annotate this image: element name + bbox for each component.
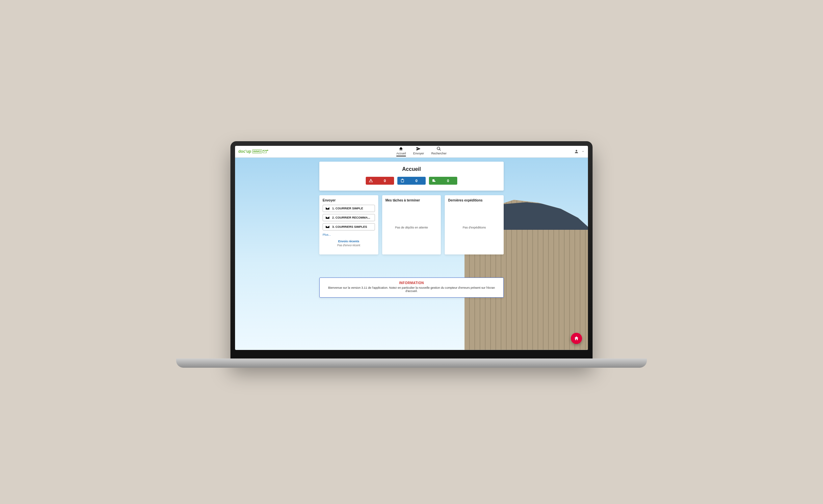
chevron-down-icon xyxy=(582,150,585,153)
info-body: Bienvenue sur la version 3.11 de l'appli… xyxy=(326,286,497,293)
search-icon xyxy=(437,147,441,151)
send-option-2[interactable]: 2. COURRIER RECOMMA... xyxy=(323,214,375,221)
app-header: doc'up IMMO Accueil Envoyer Rechercher xyxy=(235,146,588,158)
nav-envoyer-label: Envoyer xyxy=(413,152,424,155)
logo-text-2: IMMO xyxy=(252,149,263,153)
counter-alerts[interactable]: 0 xyxy=(366,177,394,185)
app-screen: doc'up IMMO Accueil Envoyer Rechercher xyxy=(235,146,588,350)
home-icon xyxy=(574,336,579,341)
dashboard-columns: Envoyer 1. COURRIER SIMPLE 2. COURRIER R… xyxy=(319,195,504,255)
nav-accueil[interactable]: Accueil xyxy=(396,147,406,156)
send-option-2-label: 2. COURRIER RECOMMA... xyxy=(332,216,370,219)
top-nav: Accueil Envoyer Rechercher xyxy=(396,147,447,156)
info-title: INFORMATION xyxy=(326,281,497,285)
envelope-icon xyxy=(326,207,330,210)
home-icon xyxy=(399,147,403,151)
page-title: Accueil xyxy=(319,166,504,172)
card-tasks-empty: Pas de dépôts en attente xyxy=(385,205,438,250)
card-shipments: Dernières expéditions Pas d'expéditions xyxy=(445,195,504,255)
logo-text-1: doc'up xyxy=(238,149,251,154)
nav-envoyer[interactable]: Envoyer xyxy=(413,147,424,156)
card-tasks-title: Mes tâches à terminer xyxy=(385,198,438,202)
send-more-link[interactable]: Plus... xyxy=(323,233,375,236)
user-menu[interactable] xyxy=(574,149,585,154)
truck-icon xyxy=(432,178,436,183)
card-envoyer: Envoyer 1. COURRIER SIMPLE 2. COURRIER R… xyxy=(319,195,378,255)
send-option-3-label: 3. COURRIERS SIMPLES xyxy=(332,225,367,228)
user-icon xyxy=(574,149,579,154)
card-envoyer-title: Envoyer xyxy=(323,198,375,202)
envelope-icon xyxy=(326,216,330,219)
counter-tasks[interactable]: 0 xyxy=(397,177,426,185)
fab-home[interactable] xyxy=(571,333,582,344)
main-column: Accueil 0 0 0 xyxy=(319,162,504,298)
title-card: Accueil 0 0 0 xyxy=(319,162,504,191)
counter-shipments-value: 0 xyxy=(439,179,457,183)
card-shipments-title: Dernières expéditions xyxy=(448,198,500,202)
status-counters: 0 0 0 xyxy=(319,177,504,185)
card-shipments-empty: Pas d'expéditions xyxy=(448,205,500,250)
app-logo[interactable]: doc'up IMMO xyxy=(238,149,269,154)
laptop-frame: doc'up IMMO Accueil Envoyer Rechercher xyxy=(230,141,593,363)
clipboard-icon xyxy=(400,178,404,183)
svg-point-0 xyxy=(576,150,578,151)
recent-sends-empty: Pas d'envoi récent xyxy=(323,243,375,247)
counter-alerts-value: 0 xyxy=(376,179,394,183)
card-tasks: Mes tâches à terminer Pas de dépôts en a… xyxy=(382,195,441,255)
send-option-1[interactable]: 1. COURRIER SIMPLE xyxy=(323,205,375,212)
send-icon xyxy=(416,147,421,151)
counter-shipments[interactable]: 0 xyxy=(429,177,457,185)
info-banner: INFORMATION Bienvenue sur la version 3.1… xyxy=(319,278,504,298)
envelope-icon xyxy=(326,225,330,228)
counter-tasks-value: 0 xyxy=(407,179,426,183)
recent-sends-title: Envois récents xyxy=(323,240,375,243)
envelope-bird-icon xyxy=(263,149,269,154)
alert-icon xyxy=(369,178,373,183)
content-area: Accueil 0 0 0 xyxy=(235,158,588,350)
nav-accueil-label: Accueil xyxy=(396,152,406,155)
send-option-3[interactable]: 3. COURRIERS SIMPLES xyxy=(323,223,375,230)
nav-rechercher-label: Rechercher xyxy=(431,152,447,155)
nav-rechercher[interactable]: Rechercher xyxy=(431,147,447,156)
send-option-1-label: 1. COURRIER SIMPLE xyxy=(332,207,363,210)
